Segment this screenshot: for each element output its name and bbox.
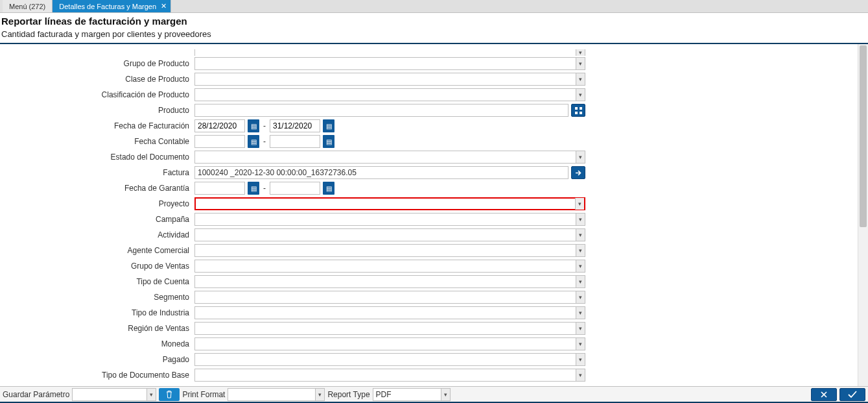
chevron-down-icon[interactable]: ▾ xyxy=(441,389,450,400)
row-estado-documento: Estado del Documento ▾ xyxy=(0,149,858,165)
confirm-button[interactable] xyxy=(839,388,865,401)
label-pagado: Pagado xyxy=(0,355,194,364)
row-moneda: Moneda ▾ xyxy=(0,336,858,352)
tab-detalles-facturas[interactable]: Detalles de Facturas y Margen ✕ xyxy=(53,0,171,12)
clasificacion-producto-combo[interactable]: ▾ xyxy=(194,88,585,101)
row-proyecto: Proyecto ▾ xyxy=(0,196,858,212)
row-region-ventas: Región de Ventas ▾ xyxy=(0,321,858,336)
footer-bar: Guardar Parámetro ▾ Print Format ▾ Repor… xyxy=(0,386,868,402)
producto-input[interactable] xyxy=(194,104,569,117)
calendar-icon[interactable]: ▤ xyxy=(323,135,334,148)
trash-icon xyxy=(165,390,173,398)
chevron-down-icon[interactable]: ▾ xyxy=(576,58,585,69)
grupo-ventas-combo[interactable]: ▾ xyxy=(194,260,585,273)
svg-rect-2 xyxy=(575,112,578,114)
calendar-icon[interactable]: ▤ xyxy=(248,182,259,195)
chevron-down-icon[interactable]: ▾ xyxy=(576,260,585,272)
tab-strip: Menú (272) Detalles de Facturas y Margen… xyxy=(0,0,868,13)
moneda-combo[interactable]: ▾ xyxy=(194,337,585,350)
chevron-down-icon[interactable]: ▾ xyxy=(576,73,585,85)
label-grupo-ventas: Grupo de Ventas xyxy=(0,262,194,271)
chevron-down-icon[interactable]: ▾ xyxy=(576,214,585,225)
chevron-down-icon[interactable]: ▾ xyxy=(147,389,156,400)
fecha-contable-to-input[interactable] xyxy=(270,135,320,148)
chevron-down-icon[interactable]: ▾ xyxy=(576,354,585,365)
svg-rect-3 xyxy=(580,112,582,114)
campana-combo[interactable]: ▾ xyxy=(194,213,585,226)
scrollbar-thumb[interactable] xyxy=(860,45,867,227)
chevron-down-icon[interactable]: ▾ xyxy=(576,151,585,163)
chevron-down-icon[interactable]: ▾ xyxy=(576,369,585,381)
factura-input[interactable]: 1000240 _2020-12-30 00:00:00_16372736.05 xyxy=(194,166,569,179)
calendar-icon[interactable]: ▤ xyxy=(248,135,259,148)
calendar-icon[interactable]: ▤ xyxy=(323,182,334,195)
delete-param-button[interactable] xyxy=(159,388,180,401)
cancel-button[interactable] xyxy=(811,388,837,401)
label-producto: Producto xyxy=(0,106,194,115)
tipo-industria-combo[interactable]: ▾ xyxy=(194,306,585,319)
chevron-down-icon[interactable]: ▾ xyxy=(575,198,584,210)
label-clase-producto: Clase de Producto xyxy=(0,75,194,84)
guardar-parametro-combo[interactable]: ▾ xyxy=(72,388,156,401)
chevron-down-icon[interactable]: ▾ xyxy=(576,307,585,319)
fecha-garantia-to-input[interactable] xyxy=(270,182,320,195)
chevron-down-icon[interactable]: ▾ xyxy=(576,245,585,256)
fecha-facturacion-from-input[interactable] xyxy=(194,119,245,132)
actividad-combo[interactable]: ▾ xyxy=(194,228,585,241)
grid-icon xyxy=(575,107,582,114)
fecha-contable-from-input[interactable] xyxy=(194,135,245,148)
fecha-garantia-from-input[interactable] xyxy=(194,182,245,195)
tipo-documento-base-combo[interactable]: ▾ xyxy=(194,369,585,382)
page-subtitle: Cantidad facturada y margen por clientes… xyxy=(1,29,867,39)
chevron-down-icon[interactable]: ▾ xyxy=(576,291,585,303)
tab-menu[interactable]: Menú (272) xyxy=(3,0,53,12)
factura-go-button[interactable] xyxy=(571,166,585,179)
label-report-type: Report Type xyxy=(327,390,369,399)
grupo-producto-combo[interactable]: ▾ xyxy=(194,57,585,70)
row-pagado: Pagado ▾ xyxy=(0,352,858,367)
pagado-combo[interactable]: ▾ xyxy=(194,353,585,366)
range-separator: - xyxy=(262,137,267,146)
chevron-down-icon[interactable]: ▾ xyxy=(576,89,585,101)
table-row: ▾ xyxy=(0,49,858,56)
agente-comercial-combo[interactable]: ▾ xyxy=(194,244,585,257)
vertical-scrollbar[interactable] xyxy=(858,44,868,386)
segmento-combo[interactable]: ▾ xyxy=(194,291,585,304)
close-icon[interactable]: ✕ xyxy=(161,1,167,10)
estado-documento-combo[interactable]: ▾ xyxy=(194,151,585,164)
row-grupo-producto: Grupo de Producto ▾ xyxy=(0,56,858,71)
row-fecha-contable: Fecha Contable ▤ - ▤ xyxy=(0,134,858,149)
row-grupo-ventas: Grupo de Ventas ▾ xyxy=(0,258,858,274)
row-segmento: Segmento ▾ xyxy=(0,289,858,305)
product-lookup-button[interactable] xyxy=(571,104,585,117)
region-ventas-combo[interactable]: ▾ xyxy=(194,322,585,335)
chevron-down-icon[interactable]: ▾ xyxy=(576,229,585,241)
report-type-combo[interactable]: PDF ▾ xyxy=(373,388,451,401)
label-fecha-contable: Fecha Contable xyxy=(0,137,194,146)
tipo-cuenta-combo[interactable]: ▾ xyxy=(194,275,585,288)
row-tipo-cuenta: Tipo de Cuenta ▾ xyxy=(0,274,858,289)
row-fecha-facturacion: Fecha de Facturación ▤ - ▤ xyxy=(0,118,858,134)
calendar-icon[interactable]: ▤ xyxy=(248,119,259,132)
label-fecha-garantia: Fecha de Garantía xyxy=(0,184,194,193)
label-fecha-facturacion: Fecha de Facturación xyxy=(0,121,194,130)
generic-combo[interactable]: ▾ xyxy=(194,49,585,56)
chevron-down-icon[interactable]: ▾ xyxy=(576,49,585,56)
svg-rect-1 xyxy=(580,107,582,110)
form-viewport: ▾ Grupo de Producto ▾ Clase de Producto … xyxy=(0,44,868,386)
chevron-down-icon[interactable]: ▾ xyxy=(315,389,324,400)
chevron-down-icon[interactable]: ▾ xyxy=(576,338,585,350)
print-format-combo[interactable]: ▾ xyxy=(228,388,325,401)
chevron-down-icon[interactable]: ▾ xyxy=(576,323,585,334)
report-type-value: PDF xyxy=(376,390,392,399)
clase-producto-combo[interactable]: ▾ xyxy=(194,73,585,86)
label-tipo-documento-base: Tipo de Documento Base xyxy=(0,371,194,380)
chevron-down-icon[interactable]: ▾ xyxy=(576,276,585,287)
fecha-facturacion-to-input[interactable] xyxy=(270,119,320,132)
row-clase-producto: Clase de Producto ▾ xyxy=(0,71,858,87)
label-tipo-industria: Tipo de Industria xyxy=(0,308,194,317)
proyecto-combo[interactable]: ▾ xyxy=(194,197,585,210)
calendar-icon[interactable]: ▤ xyxy=(323,119,334,132)
row-campana: Campaña ▾ xyxy=(0,212,858,227)
svg-rect-0 xyxy=(575,107,578,110)
